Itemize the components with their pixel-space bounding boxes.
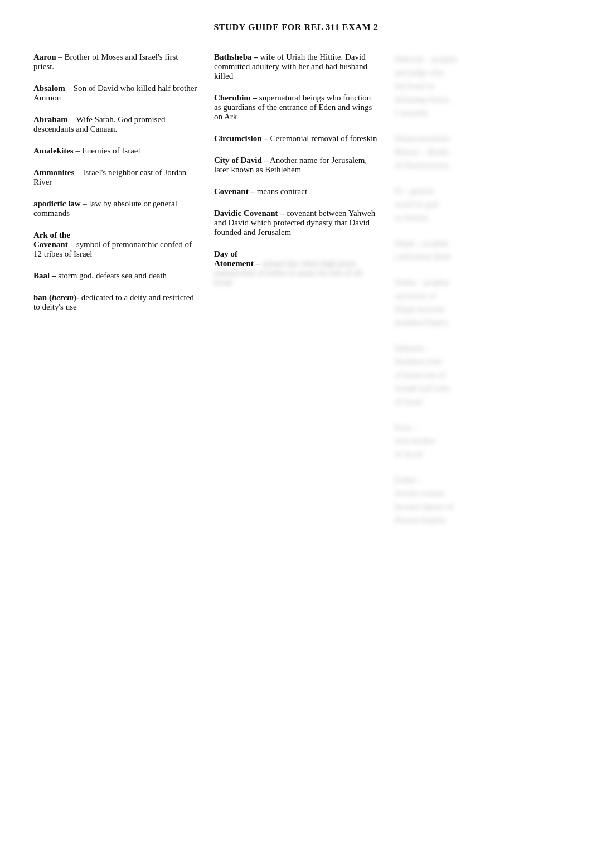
term-aaron: Aaron — [33, 52, 56, 61]
entry-city-of-david: City of David – Another name for Jerusal… — [214, 156, 378, 175]
term-absalom: Absalom — [33, 84, 65, 93]
entry-covenant: Covenant – means contract — [214, 187, 378, 196]
term-cherubim: Cherubim – — [214, 93, 257, 102]
column-2: Bathsheba – wife of Uriah the Hittite. D… — [214, 52, 378, 300]
term-day-of-atonement: Day ofAtonement – — [214, 249, 260, 268]
entry-baal: Baal – storm god, defeats sea and death — [33, 271, 197, 281]
blurred-entry-2: El – genericword for godin Semitic — [395, 184, 559, 224]
sep-ark: – — [68, 240, 76, 249]
entry-aaron: Aaron – Brother of Moses and Israel's fi… — [33, 52, 197, 71]
term-apodictic: apodictic law — [33, 199, 81, 208]
term-covenant: Covenant – — [214, 187, 255, 196]
entry-apodictic: apodictic law – law by absolute or gener… — [33, 199, 197, 218]
entry-circumcision: Circumcision – Ceremonial removal of for… — [214, 134, 378, 143]
term-abraham: Abraham — [33, 115, 68, 124]
def-circumcision: Ceremonial removal of foreskin — [268, 134, 377, 143]
column-1: Aaron – Brother of Moses and Israel's fi… — [33, 52, 197, 324]
blurred-entry-7: Esther –Jewish womanbecame Queen ofPersi… — [395, 473, 559, 527]
term-ban: ban (herem)- — [33, 293, 79, 302]
blurred-entry-6: Esau –twin brotherof Jacob — [395, 421, 559, 461]
page-container: STUDY GUIDE FOR REL 311 EXAM 2 Aaron – B… — [33, 22, 559, 539]
entry-cherubim: Cherubim – supernatural beings who funct… — [214, 93, 378, 122]
term-amalekites: Amalekites — [33, 146, 74, 155]
main-columns: Aaron – Brother of Moses and Israel's fi… — [33, 52, 559, 539]
term-davidic-covenant: Davidic Covenant – — [214, 209, 284, 218]
entry-ban: ban (herem)- dedicated to a deity and re… — [33, 293, 197, 312]
term-circumcision: Circumcision – — [214, 134, 268, 143]
sep-ammonites: – — [74, 168, 83, 177]
entry-absalom: Absalom – Son of David who killed half b… — [33, 84, 197, 103]
def-baal: storm god, defeats sea and death — [58, 271, 167, 280]
sep-abraham: – — [68, 115, 76, 124]
entry-davidic-covenant: Davidic Covenant – covenant between Yahw… — [214, 209, 378, 237]
entry-ammonites: Ammonites – Israel's neighbor east of Jo… — [33, 168, 197, 187]
column-3: Deborah – prophetand judge wholed Israel… — [395, 52, 559, 539]
blurred-entry-1: DeuteronomisticHistory – Booksof Deutero… — [395, 132, 559, 172]
entry-amalekites: Amalekites – Enemies of Israel — [33, 146, 197, 156]
blurred-entry-0: Deborah – prophetand judge wholed Israel… — [395, 52, 559, 119]
blurred-entry-4: Elisha – prophetsuccessor ofElijah mirac… — [395, 276, 559, 329]
term-ammonites: Ammonites — [33, 168, 74, 177]
sep-absalom: – — [65, 84, 74, 93]
term-ark: Ark of theCovenant — [33, 230, 70, 249]
page-title: STUDY GUIDE FOR REL 311 EXAM 2 — [33, 22, 559, 32]
term-bathsheba: Bathsheba – — [214, 52, 258, 61]
blurred-entry-3: Elijah – prophetconfronted Ahab — [395, 237, 559, 263]
sep-amalekites: – — [74, 146, 82, 155]
sep-apodictic: – — [81, 199, 89, 208]
entry-bathsheba: Bathsheba – wife of Uriah the Hittite. D… — [214, 52, 378, 81]
def-amalekites: Enemies of Israel — [82, 146, 140, 155]
sep-aaron: – — [56, 52, 65, 61]
entry-ark: Ark of theCovenant – symbol of premonarc… — [33, 230, 197, 259]
entry-day-of-atonement: Day ofAtonement – annual day when high p… — [214, 249, 378, 287]
term-city-of-david: City of David – — [214, 156, 268, 165]
def-covenant: means contract — [255, 187, 307, 196]
entry-abraham: Abraham – Wife Sarah. God promised desce… — [33, 115, 197, 134]
term-baal: Baal – — [33, 271, 56, 280]
blurred-entry-5: Ephraim –Northern tribeof Israel son ofJ… — [395, 341, 559, 408]
